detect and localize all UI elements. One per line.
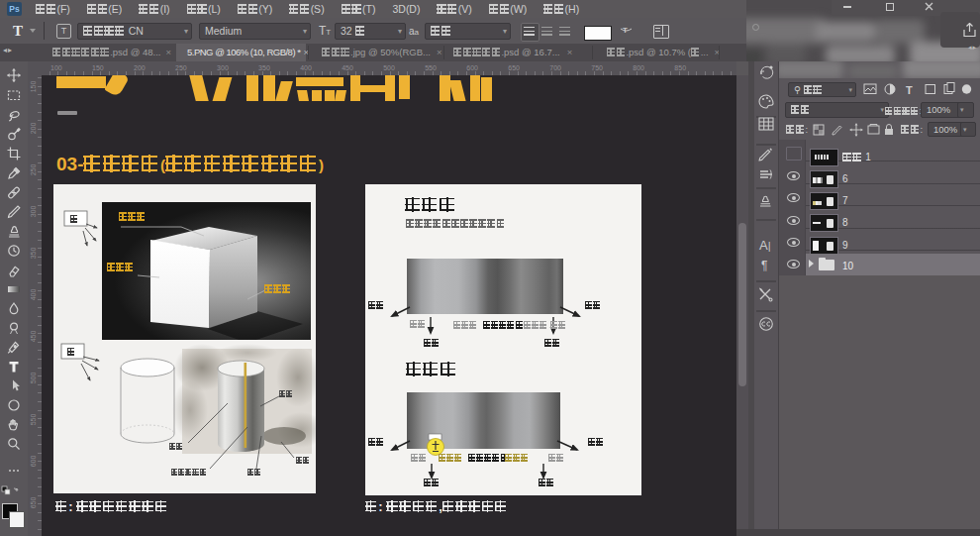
svg-text:¶: ¶ <box>761 259 767 272</box>
svg-text:A|: A| <box>759 238 771 253</box>
svg-text:T: T <box>906 84 913 96</box>
svg-text:T: T <box>623 26 628 35</box>
